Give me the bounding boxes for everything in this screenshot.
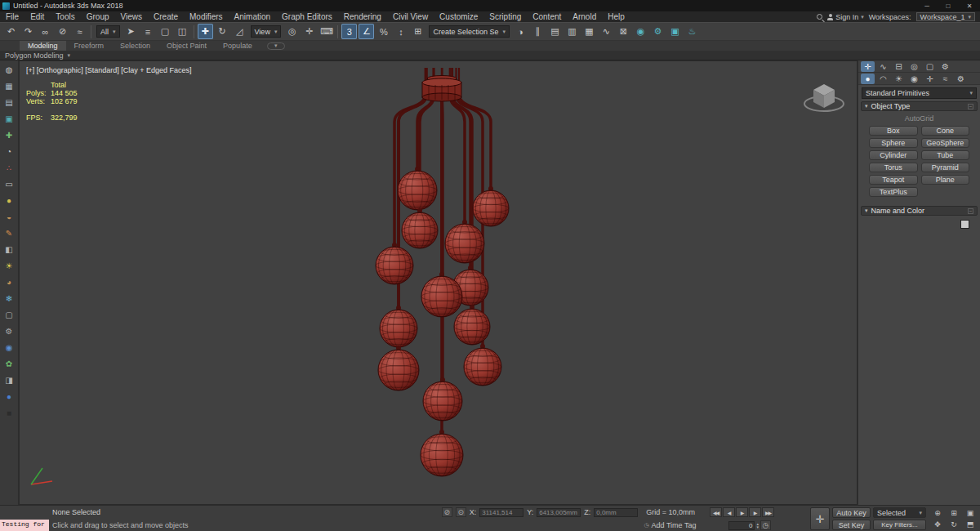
- next-frame-icon[interactable]: ▶: [749, 507, 761, 517]
- rendered-frame-icon[interactable]: ▣: [667, 24, 683, 39]
- zoom-extents-icon[interactable]: ▣: [962, 507, 978, 519]
- select-object-icon[interactable]: ➤: [123, 24, 139, 39]
- go-to-end-icon[interactable]: ▶▶: [762, 507, 774, 517]
- key-filters-button[interactable]: Key Filters...: [873, 520, 926, 530]
- clay-icon[interactable]: ◒: [2, 210, 16, 224]
- viewport-label[interactable]: [+] [Orthographic] [Standard] [Clay + Ed…: [26, 66, 192, 74]
- menu-item[interactable]: Group: [81, 11, 115, 22]
- pan-icon[interactable]: ✥: [929, 519, 946, 530]
- add-time-tag[interactable]: ◷ Add Time Tag: [644, 521, 697, 529]
- reference-coordinate-dropdown[interactable]: View ▾: [251, 25, 282, 38]
- minimize-button[interactable]: ─: [916, 0, 938, 11]
- select-and-move-icon[interactable]: ✚: [198, 24, 213, 39]
- menu-item[interactable]: Create: [148, 11, 184, 22]
- select-tool-icon[interactable]: ◍: [2, 63, 16, 77]
- snowflake-icon[interactable]: ❄: [2, 292, 16, 306]
- viewcube[interactable]: [804, 84, 844, 111]
- curve-editor-icon[interactable]: ∿: [599, 24, 614, 39]
- unlink-selection-icon[interactable]: ⊘: [55, 24, 70, 39]
- cone-button[interactable]: Cone: [921, 126, 970, 136]
- maximize-viewport-icon[interactable]: ⬒: [962, 519, 978, 530]
- viewport-canvas[interactable]: [20, 61, 857, 504]
- sign-in-button[interactable]: Sign In ▾: [827, 13, 864, 21]
- set-keys-button[interactable]: ✛: [810, 507, 830, 530]
- angle-snap-icon[interactable]: ∠: [359, 24, 374, 39]
- panel-icon[interactable]: ◨: [2, 373, 16, 387]
- flower-icon[interactable]: ✿: [2, 357, 16, 371]
- explorer-icon[interactable]: ▤: [2, 96, 16, 109]
- scene-explorer-icon[interactable]: ▤: [547, 24, 563, 39]
- undo-icon[interactable]: ↶: [3, 24, 19, 39]
- rectangular-selection-region-icon[interactable]: ▢: [158, 24, 173, 39]
- window-crossing-icon[interactable]: ◫: [175, 24, 190, 39]
- key-filter-selected-dropdown[interactable]: Selected ▾: [873, 507, 926, 518]
- previous-frame-icon[interactable]: ◀: [723, 507, 735, 517]
- menu-item[interactable]: File: [0, 11, 24, 22]
- ribbon-tab[interactable]: Selection: [112, 41, 158, 51]
- mirror-icon[interactable]: ◑: [513, 24, 528, 39]
- ribbon-tab[interactable]: Populate: [215, 41, 261, 51]
- polygon-modeling-panel[interactable]: Polygon Modeling: [5, 51, 64, 60]
- menu-item[interactable]: Arnold: [567, 11, 602, 22]
- torus-button[interactable]: Torus: [869, 163, 918, 172]
- y-coordinate-field[interactable]: 6413,005mm: [537, 508, 581, 517]
- split-view-icon[interactable]: ◧: [2, 243, 16, 257]
- plane-button[interactable]: Plane: [921, 175, 970, 185]
- select-and-link-icon[interactable]: ∞: [38, 24, 53, 39]
- zoom-all-icon[interactable]: ⊞: [946, 507, 962, 519]
- zoom-icon[interactable]: ⊕: [929, 507, 946, 519]
- clock-icon[interactable]: ◔: [2, 145, 16, 158]
- selection-lock-icon[interactable]: ⊙: [456, 507, 466, 517]
- geometry-category[interactable]: ●: [861, 74, 875, 84]
- render-production-icon[interactable]: ♨: [684, 24, 700, 39]
- ribbon-tab[interactable]: Freeform: [66, 41, 113, 51]
- close-button[interactable]: ✕: [959, 0, 980, 11]
- subcategory-dropdown[interactable]: Standard Primitives ▾: [862, 87, 977, 99]
- textplus-button[interactable]: TextPlus: [869, 187, 918, 197]
- menu-item[interactable]: Civil View: [387, 11, 434, 22]
- keyboard-override-icon[interactable]: ⌨: [318, 24, 334, 39]
- rollout-minimize-icon[interactable]: −: [968, 104, 973, 109]
- selection-filter-dropdown[interactable]: All ▾: [96, 25, 120, 38]
- use-pivot-point-icon[interactable]: ◎: [284, 24, 300, 39]
- spinner-snap-icon[interactable]: ↕: [393, 24, 408, 39]
- particles-icon[interactable]: ∴: [2, 161, 16, 175]
- maxscript-mini-listener[interactable]: Testing for ;: [0, 520, 49, 531]
- paint-icon[interactable]: ✎: [2, 226, 16, 240]
- select-and-manipulate-icon[interactable]: ✛: [301, 24, 317, 39]
- blue-sphere-icon[interactable]: ●: [2, 390, 16, 404]
- tube-button[interactable]: Tube: [921, 150, 970, 160]
- autogrid-checkbox[interactable]: AutoGrid: [861, 111, 978, 124]
- current-frame-field[interactable]: 0: [728, 521, 755, 530]
- select-by-name-icon[interactable]: ≡: [140, 24, 156, 39]
- name-and-color-rollout[interactable]: ▾ Name and Color −: [861, 206, 978, 216]
- systems-category[interactable]: ⚙: [954, 74, 968, 84]
- menu-item[interactable]: Animation: [229, 11, 276, 22]
- redo-icon[interactable]: ↷: [20, 24, 36, 39]
- menu-item[interactable]: Graph Editors: [276, 11, 338, 22]
- cylinder-button[interactable]: Cylinder: [869, 150, 918, 160]
- menu-item[interactable]: Scripting: [483, 11, 527, 22]
- select-and-rotate-icon[interactable]: ↻: [215, 24, 230, 39]
- display-tab[interactable]: ▢: [923, 61, 937, 72]
- select-and-scale-icon[interactable]: ◿: [232, 24, 247, 39]
- auto-key-button[interactable]: Auto Key: [832, 507, 871, 518]
- material-editor-icon[interactable]: ◉: [633, 24, 648, 39]
- lights-category[interactable]: ☀: [892, 74, 906, 84]
- menu-item[interactable]: Content: [527, 11, 567, 22]
- menu-item[interactable]: Customize: [434, 11, 483, 22]
- drop-icon[interactable]: ◉: [2, 341, 16, 355]
- bind-to-space-warp-icon[interactable]: ≈: [72, 24, 87, 39]
- sphere-button[interactable]: Sphere: [869, 138, 918, 148]
- percent-snap-icon[interactable]: %: [376, 24, 391, 39]
- workspace-dropdown[interactable]: Workspace_1 ▾: [916, 12, 975, 21]
- orbit-icon[interactable]: ↻: [946, 519, 962, 530]
- x-coordinate-field[interactable]: 31141,514: [479, 508, 523, 517]
- teapot-button[interactable]: Teapot: [869, 175, 918, 185]
- geosphere-button[interactable]: GeoSphere: [921, 138, 970, 148]
- ribbon-tab[interactable]: Object Paint: [158, 41, 215, 51]
- gear-icon[interactable]: ⚙: [2, 324, 16, 338]
- menu-item[interactable]: Help: [602, 11, 630, 22]
- align-icon[interactable]: ∥: [530, 24, 546, 39]
- snaps-toggle-icon[interactable]: 3: [341, 24, 357, 39]
